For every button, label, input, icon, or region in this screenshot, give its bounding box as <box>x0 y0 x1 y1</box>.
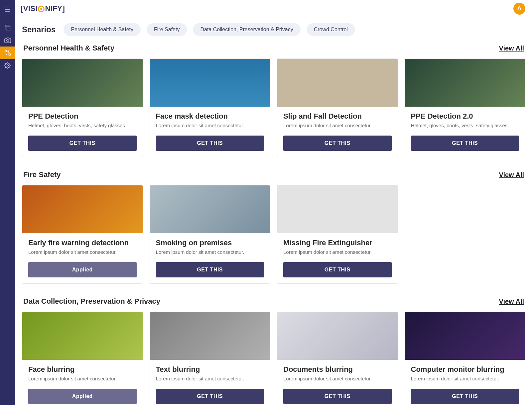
filter-row: Senarios Personnel Health & SafetyFire S… <box>22 23 525 36</box>
scenario-card: Documents blurringLorem ipsum dolor sit … <box>277 312 398 405</box>
svg-rect-3 <box>5 25 10 30</box>
get-this-button[interactable]: GET THIS <box>283 262 392 277</box>
card-body: Early fire warning detectionnLorem ipsum… <box>22 233 143 283</box>
sidebar-item-camera[interactable] <box>0 34 15 47</box>
card-description: Lorem ipsum dolor sit amet consectetur. <box>156 123 264 128</box>
card-body: Slip and Fall DetectionLorem ipsum dolor… <box>277 107 398 157</box>
card-title: Face mask detection <box>156 112 264 121</box>
card-title: Face blurring <box>28 365 137 374</box>
svg-rect-7 <box>5 51 7 52</box>
card-body: Missing Fire ExtinguisherLorem ipsum dol… <box>277 233 398 283</box>
card-description: Lorem ipsum dolor sit amet consectetur. <box>28 249 137 255</box>
card-image <box>150 312 270 360</box>
card-title: Early fire warning detectionn <box>28 239 137 247</box>
card-title: Documents blurring <box>283 365 392 374</box>
card-body: Smoking on premisesLorem ipsum dolor sit… <box>150 233 270 283</box>
header: [VISI NIFY] A <box>15 0 532 17</box>
menu-toggle[interactable] <box>0 3 15 17</box>
scenario-card: PPE DetectionHelmet, gloves, boots, vest… <box>22 58 143 157</box>
card-image <box>277 59 398 107</box>
card-description: Helmet, gloves, boots, vests, safety gla… <box>411 123 519 128</box>
get-this-button[interactable]: GET THIS <box>283 389 392 404</box>
svg-point-9 <box>7 65 9 66</box>
get-this-button[interactable]: GET THIS <box>411 389 519 404</box>
scenario-card: Face blurringLorem ipsum dolor sit amet … <box>22 312 143 405</box>
avatar[interactable]: A <box>513 3 525 15</box>
filter-chip-2[interactable]: Data Collection, Preservation & Privacy <box>193 23 300 36</box>
logo[interactable]: [VISI NIFY] <box>21 4 65 13</box>
section-head-0: Personnel Health & SafetyView All <box>23 44 524 52</box>
card-image <box>277 312 398 360</box>
section-head-1: Fire SafetyView All <box>23 170 524 179</box>
scenario-card: Smoking on premisesLorem ipsum dolor sit… <box>150 185 271 284</box>
get-this-button[interactable]: GET THIS <box>28 136 137 151</box>
card-body: Computer monitor blurringLorem ipsum dol… <box>405 360 525 405</box>
card-title: PPE Detection <box>28 112 137 121</box>
content-area: Senarios Personnel Health & SafetyFire S… <box>15 17 532 405</box>
card-description: Lorem ipsum dolor sit amet consectetur. <box>156 376 264 381</box>
scenario-card: Computer monitor blurringLorem ipsum dol… <box>405 312 526 405</box>
card-title: PPE Detection 2.0 <box>411 112 519 121</box>
applied-button[interactable]: Applied <box>28 389 137 404</box>
logo-suffix: NIFY] <box>45 4 65 13</box>
section-title: Fire Safety <box>23 170 61 179</box>
logo-eye-icon <box>38 6 45 12</box>
card-image <box>277 185 398 233</box>
applied-button[interactable]: Applied <box>28 262 137 277</box>
card-description: Lorem ipsum dolor sit amet consectetur. <box>283 123 392 128</box>
get-this-button[interactable]: GET THIS <box>156 389 264 404</box>
filter-chips: Personnel Health & SafetyFire SafetyData… <box>64 23 355 36</box>
card-body: PPE Detection 2.0Helmet, gloves, boots, … <box>405 107 525 157</box>
scenario-card: Slip and Fall DetectionLorem ipsum dolor… <box>277 58 398 157</box>
card-title: Slip and Fall Detection <box>283 112 392 121</box>
filter-chip-0[interactable]: Personnel Health & Safety <box>64 23 141 36</box>
scenario-card: Missing Fire ExtinguisherLorem ipsum dol… <box>277 185 398 284</box>
card-description: Lorem ipsum dolor sit amet consectetur. <box>283 249 392 255</box>
view-all-link[interactable]: View All <box>499 171 524 179</box>
sidebar-item-scenarios[interactable] <box>0 47 15 59</box>
card-body: Text blurringLorem ipsum dolor sit amet … <box>150 360 270 405</box>
menu-icon <box>4 6 11 13</box>
card-body: Face blurringLorem ipsum dolor sit amet … <box>22 360 143 405</box>
card-image <box>405 59 525 107</box>
camera-icon <box>4 37 11 44</box>
view-all-link[interactable]: View All <box>499 298 524 305</box>
page-title: Senarios <box>22 25 56 34</box>
card-image <box>22 312 143 360</box>
filter-chip-1[interactable]: Fire Safety <box>147 23 187 36</box>
card-description: Lorem ipsum dolor sit amet consectetur. <box>28 376 137 381</box>
get-this-button[interactable]: GET THIS <box>156 262 264 277</box>
flow-icon <box>4 50 11 56</box>
avatar-initial: A <box>517 5 522 12</box>
card-image <box>22 185 143 233</box>
card-image <box>405 312 525 360</box>
card-grid-1: Early fire warning detectionnLorem ipsum… <box>22 185 525 284</box>
card-image <box>22 59 143 107</box>
card-body: Documents blurringLorem ipsum dolor sit … <box>277 360 398 405</box>
get-this-button[interactable]: GET THIS <box>156 136 264 151</box>
card-description: Helmet, gloves, boots, vests, safety gla… <box>28 123 137 128</box>
sidebar-item-dashboard[interactable] <box>0 21 15 34</box>
card-grid-0: PPE DetectionHelmet, gloves, boots, vest… <box>22 58 525 157</box>
card-body: Face mask detectionLorem ipsum dolor sit… <box>150 107 270 157</box>
filter-chip-3[interactable]: Crowd Control <box>307 23 355 36</box>
scenario-card: Early fire warning detectionnLorem ipsum… <box>22 185 143 284</box>
scenario-card: Face mask detectionLorem ipsum dolor sit… <box>150 58 271 157</box>
card-title: Missing Fire Extinguisher <box>283 239 392 247</box>
main-region: [VISI NIFY] A Senarios Personnel Health … <box>15 0 532 405</box>
scenario-card: PPE Detection 2.0Helmet, gloves, boots, … <box>405 58 526 157</box>
svg-point-6 <box>7 40 9 42</box>
gear-icon <box>4 62 11 69</box>
get-this-button[interactable]: GET THIS <box>411 136 519 151</box>
card-title: Text blurring <box>156 365 264 374</box>
card-grid-2: Face blurringLorem ipsum dolor sit amet … <box>22 312 525 405</box>
get-this-button[interactable]: GET THIS <box>283 136 392 151</box>
sidebar-item-settings[interactable] <box>0 59 15 72</box>
logo-prefix: [VISI <box>21 4 38 13</box>
view-all-link[interactable]: View All <box>499 45 524 52</box>
section-title: Personnel Health & Safety <box>23 44 114 52</box>
dashboard-icon <box>4 24 11 31</box>
card-body: PPE DetectionHelmet, gloves, boots, vest… <box>22 107 143 157</box>
card-description: Lorem ipsum dolor sit amet consectetur. <box>411 376 519 381</box>
section-head-2: Data Collection, Preservation & PrivacyV… <box>23 297 524 306</box>
